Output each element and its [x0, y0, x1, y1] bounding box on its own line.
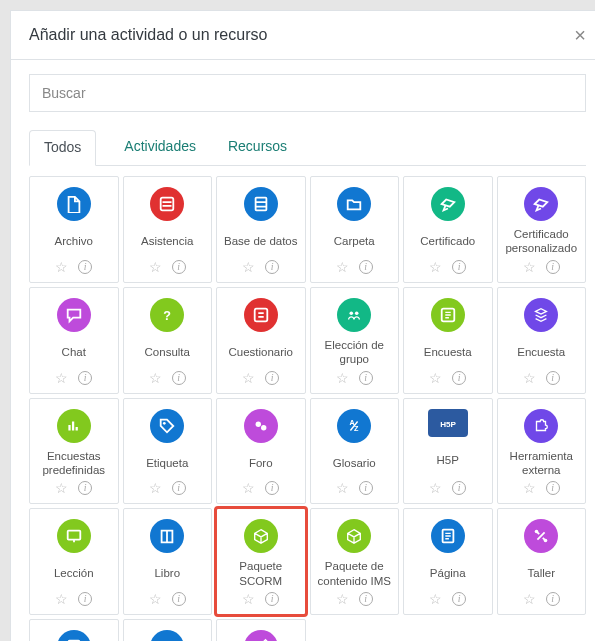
activity-h5p[interactable]: H5P☆i — [403, 398, 493, 505]
star-icon[interactable]: ☆ — [242, 481, 255, 495]
info-icon[interactable]: i — [546, 260, 560, 274]
activity-etiqueta[interactable]: Etiqueta☆i — [123, 398, 213, 505]
star-icon[interactable]: ☆ — [242, 371, 255, 385]
info-icon[interactable]: i — [172, 371, 186, 385]
activity-wiki[interactable]: Wiki☆i — [216, 619, 306, 641]
info-icon[interactable]: i — [452, 260, 466, 274]
info-icon[interactable]: i — [172, 481, 186, 495]
star-icon[interactable]: ☆ — [336, 371, 349, 385]
activity-consulta[interactable]: Consulta☆i — [123, 287, 213, 394]
foro-icon — [244, 409, 278, 443]
activity-scorm[interactable]: Paquete SCORM☆i — [216, 508, 306, 615]
activity-label: Taller — [528, 559, 555, 588]
activity-leccion[interactable]: Lección☆i — [29, 508, 119, 615]
star-icon[interactable]: ☆ — [55, 481, 68, 495]
activity-ims[interactable]: Paquete de contenido IMS☆i — [310, 508, 400, 615]
activity-tarea[interactable]: Tarea☆i — [29, 619, 119, 641]
activity-certificado[interactable]: Certificado☆i — [403, 176, 493, 283]
info-icon[interactable]: i — [546, 371, 560, 385]
info-icon[interactable]: i — [265, 260, 279, 274]
tarea-icon — [57, 630, 91, 641]
activity-encpredef[interactable]: Encuestas predefinidas☆i — [29, 398, 119, 505]
star-icon[interactable]: ☆ — [149, 592, 162, 606]
info-icon[interactable]: i — [359, 481, 373, 495]
info-icon[interactable]: i — [359, 371, 373, 385]
info-icon[interactable]: i — [172, 260, 186, 274]
star-icon[interactable]: ☆ — [429, 371, 442, 385]
star-icon[interactable]: ☆ — [523, 260, 536, 274]
info-icon[interactable]: i — [172, 592, 186, 606]
star-icon[interactable]: ☆ — [149, 260, 162, 274]
tab-all[interactable]: Todos — [29, 130, 96, 166]
star-icon[interactable]: ☆ — [242, 260, 255, 274]
star-icon[interactable]: ☆ — [523, 592, 536, 606]
star-icon[interactable]: ☆ — [55, 260, 68, 274]
star-icon[interactable]: ☆ — [149, 481, 162, 495]
activity-url[interactable]: URL☆i — [123, 619, 213, 641]
activity-label: Archivo — [55, 227, 93, 256]
asistencia-icon — [150, 187, 184, 221]
info-icon[interactable]: i — [452, 481, 466, 495]
activity-encuesta2[interactable]: Encuesta☆i — [497, 287, 587, 394]
info-icon[interactable]: i — [452, 592, 466, 606]
star-icon[interactable]: ☆ — [336, 260, 349, 274]
wiki-icon — [244, 630, 278, 641]
activity-label: Base de datos — [224, 227, 298, 256]
carpeta-icon — [337, 187, 371, 221]
activity-asistencia[interactable]: Asistencia☆i — [123, 176, 213, 283]
star-icon[interactable]: ☆ — [523, 481, 536, 495]
info-icon[interactable]: i — [359, 592, 373, 606]
tab-activities[interactable]: Actividades — [120, 130, 200, 165]
card-actions: ☆i — [242, 592, 279, 606]
card-actions: ☆i — [242, 481, 279, 495]
info-icon[interactable]: i — [78, 592, 92, 606]
card-actions: ☆i — [242, 371, 279, 385]
activity-foro[interactable]: Foro☆i — [216, 398, 306, 505]
star-icon[interactable]: ☆ — [149, 371, 162, 385]
activity-libro[interactable]: Libro☆i — [123, 508, 213, 615]
activity-herrext[interactable]: Herramienta externa☆i — [497, 398, 587, 505]
info-icon[interactable]: i — [359, 260, 373, 274]
activity-glosario[interactable]: Glosario☆i — [310, 398, 400, 505]
activity-basedatos[interactable]: Base de datos☆i — [216, 176, 306, 283]
card-actions: ☆i — [336, 371, 373, 385]
card-actions: ☆i — [523, 592, 560, 606]
info-icon[interactable]: i — [546, 481, 560, 495]
search-input[interactable] — [29, 74, 586, 112]
star-icon[interactable]: ☆ — [55, 371, 68, 385]
star-icon[interactable]: ☆ — [336, 481, 349, 495]
encuesta1-icon — [431, 298, 465, 332]
activity-label: Certificado personalizado — [502, 227, 582, 256]
activity-chat[interactable]: Chat☆i — [29, 287, 119, 394]
taller-icon — [524, 519, 558, 553]
activity-certpers[interactable]: Certificado personalizado☆i — [497, 176, 587, 283]
activity-taller[interactable]: Taller☆i — [497, 508, 587, 615]
activity-eleccion[interactable]: Elección de grupo☆i — [310, 287, 400, 394]
info-icon[interactable]: i — [452, 371, 466, 385]
activity-carpeta[interactable]: Carpeta☆i — [310, 176, 400, 283]
activity-cuestionario[interactable]: Cuestionario☆i — [216, 287, 306, 394]
star-icon[interactable]: ☆ — [429, 592, 442, 606]
info-icon[interactable]: i — [265, 592, 279, 606]
info-icon[interactable]: i — [78, 371, 92, 385]
star-icon[interactable]: ☆ — [523, 371, 536, 385]
activity-label: Herramienta externa — [502, 449, 582, 478]
activity-label: Paquete de contenido IMS — [315, 559, 395, 588]
archivo-icon — [57, 187, 91, 221]
info-icon[interactable]: i — [78, 260, 92, 274]
activity-pagina[interactable]: Página☆i — [403, 508, 493, 615]
tab-resources[interactable]: Recursos — [224, 130, 291, 165]
activity-label: Certificado — [420, 227, 475, 256]
star-icon[interactable]: ☆ — [242, 592, 255, 606]
info-icon[interactable]: i — [265, 371, 279, 385]
info-icon[interactable]: i — [265, 481, 279, 495]
info-icon[interactable]: i — [546, 592, 560, 606]
activity-archivo[interactable]: Archivo☆i — [29, 176, 119, 283]
star-icon[interactable]: ☆ — [429, 260, 442, 274]
info-icon[interactable]: i — [78, 481, 92, 495]
close-icon[interactable]: × — [574, 25, 586, 45]
star-icon[interactable]: ☆ — [429, 481, 442, 495]
star-icon[interactable]: ☆ — [336, 592, 349, 606]
activity-encuesta1[interactable]: Encuesta☆i — [403, 287, 493, 394]
star-icon[interactable]: ☆ — [55, 592, 68, 606]
